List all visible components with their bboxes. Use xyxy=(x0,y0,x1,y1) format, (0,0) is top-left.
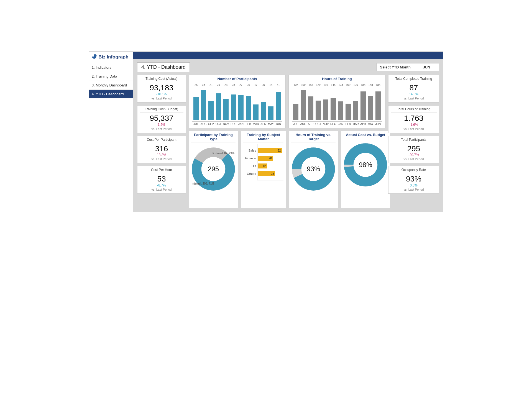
bar xyxy=(231,94,236,120)
bar-category-label: MAR xyxy=(252,121,260,126)
kpi-title: Training Cost (Budget) xyxy=(140,107,183,112)
kpi-value: 93% xyxy=(391,175,437,183)
bar-category-label: SEP xyxy=(207,121,215,126)
bar-column: 25JUL xyxy=(192,83,200,126)
bar-value-label: 33 xyxy=(202,83,205,86)
hbar-category: HR xyxy=(242,164,256,168)
bar xyxy=(323,99,328,120)
bar-column: 123JAN xyxy=(337,83,344,126)
page-title: 4. YTD - Dashboard xyxy=(137,62,190,72)
chart-hours-target: Hours of Training vs. Target 93% xyxy=(289,131,338,208)
bar xyxy=(201,90,206,120)
kpi-value: 95,337 xyxy=(140,114,183,123)
bar xyxy=(293,104,298,120)
hbar-row: HR12 xyxy=(258,163,282,168)
donut-label-internal: Internal, 208, 71% xyxy=(192,182,214,185)
bar-category-label: SEP xyxy=(307,121,314,126)
kpi-note: vs. Last Period xyxy=(140,188,183,191)
kpi-note: vs. Last Period xyxy=(391,157,437,161)
kpi-card: Cost Per Hour53-8.7%vs. Last Period xyxy=(137,166,186,194)
bar-value-label: 109 xyxy=(346,83,351,86)
bar-category-label: OCT xyxy=(215,121,222,126)
bar-value-label: 25 xyxy=(195,83,198,86)
bar-value-label: 136 xyxy=(323,83,328,86)
hbar-row: Others23 xyxy=(258,171,282,176)
bar-category-label: MAY xyxy=(367,121,374,126)
bar-column: 26FEB xyxy=(245,83,252,126)
chart-title: Participant by Training Type xyxy=(191,133,236,142)
bar xyxy=(246,96,251,120)
bar-column: 17MAR xyxy=(252,83,260,126)
bar-value-label: 20 xyxy=(262,83,265,86)
bar xyxy=(208,101,214,120)
kpi-column-right: Total Completed Training8714.5%vs. Last … xyxy=(388,75,439,208)
kpi-note: vs. Last Period xyxy=(391,97,437,100)
kpi-title: Cost Per Hour xyxy=(140,168,183,173)
sidebar-item[interactable]: 3. Monthly Dashboard xyxy=(89,81,133,89)
kpi-note: vs. Last Period xyxy=(140,97,183,100)
chart-title: Hours of Training vs. Target xyxy=(291,133,336,142)
chart-subject: Training by Subject Matter Sales32Financ… xyxy=(241,131,286,208)
kpi-delta: -1.6% xyxy=(391,123,437,127)
pie-icon xyxy=(92,54,97,60)
chart-column: Number of Participants 25JUL33AUG21SEP29… xyxy=(189,75,385,208)
bar-value-label: 27 xyxy=(239,83,242,86)
gauge-value: 98% xyxy=(359,161,372,169)
bar xyxy=(375,91,381,120)
kpi-delta: 1.5% xyxy=(140,123,183,127)
sidebar-item[interactable]: 2. Training Data xyxy=(89,72,133,81)
chart-participants: Number of Participants 25JUL33AUG21SEP29… xyxy=(189,75,286,128)
hbar: 32 xyxy=(258,148,282,153)
sidebar-item[interactable]: 1. Indicators xyxy=(89,63,133,72)
chart-donut-type: Participant by Training Type 295 Externa… xyxy=(189,131,238,208)
kpi-value: 53 xyxy=(140,175,183,183)
chart-title: Hours of Training xyxy=(291,77,383,82)
chart-title: Number of Participants xyxy=(191,77,283,82)
bar-column: 188APR xyxy=(359,83,367,126)
bar-column: 23NOV xyxy=(222,83,230,126)
kpi-delta: -10.1% xyxy=(140,92,183,96)
bar-category-label: DEC xyxy=(329,121,337,126)
kpi-note: vs. Last Period xyxy=(140,127,183,131)
hbar: 12 xyxy=(258,163,267,168)
main: 4. YTD - Dashboard Select YTD Month JUN … xyxy=(133,52,443,212)
ytd-select[interactable]: Select YTD Month JUN xyxy=(377,63,439,71)
bar xyxy=(253,104,259,120)
bar-column: 155SEP xyxy=(307,83,314,126)
kpi-card: Training Cost (Actual)93,183-10.1%vs. La… xyxy=(137,75,186,103)
bar-value-label: 188 xyxy=(376,83,380,86)
bar-value-label: 31 xyxy=(277,83,280,86)
bar-column: 107JUL xyxy=(292,83,300,126)
ytd-select-value[interactable]: JUN xyxy=(414,63,439,71)
bar xyxy=(338,101,343,120)
bar-value-label: 158 xyxy=(368,83,373,86)
kpi-title: Cost Per Participant xyxy=(140,138,183,143)
bar-column: 136NOV xyxy=(322,83,329,126)
gauge-value: 93% xyxy=(307,165,320,173)
chart-cost-budget: Actual Cost vs. Budget 98% xyxy=(341,131,390,208)
kpi-card: Occupancy Rate93%0.3%vs. Last Period xyxy=(388,166,439,194)
hbar: 20 xyxy=(258,156,273,161)
bar-value-label: 15 xyxy=(269,83,272,86)
kpi-delta: 13.3% xyxy=(140,153,183,157)
chart-title: Training by Subject Matter xyxy=(243,133,283,142)
bar-column: 29OCT xyxy=(215,83,222,126)
kpi-card: Total Completed Training8714.5%vs. Last … xyxy=(388,75,439,103)
bar-category-label: OCT xyxy=(314,121,322,126)
bar-category-label: JUL xyxy=(192,121,200,126)
kpi-title: Total Participants xyxy=(391,138,437,143)
bar-column: 145DEC xyxy=(329,83,337,126)
kpi-title: Total Hours of Training xyxy=(391,107,437,112)
bar-category-label: FEB xyxy=(245,121,252,126)
hbar-row: Sales32 xyxy=(258,148,282,153)
bar-value-label: 126 xyxy=(353,83,358,86)
kpi-title: Training Cost (Actual) xyxy=(140,77,183,82)
kpi-column-left: Training Cost (Actual)93,183-10.1%vs. La… xyxy=(137,75,186,208)
sidebar-item[interactable]: 4. YTD - Dashboard xyxy=(89,89,133,98)
bar xyxy=(368,96,373,120)
kpi-note: vs. Last Period xyxy=(391,188,437,191)
bar xyxy=(276,92,281,120)
bar-value-label: 26 xyxy=(247,83,250,86)
hbar-row: Finance20 xyxy=(258,156,282,161)
bar-column: 33AUG xyxy=(200,83,207,126)
